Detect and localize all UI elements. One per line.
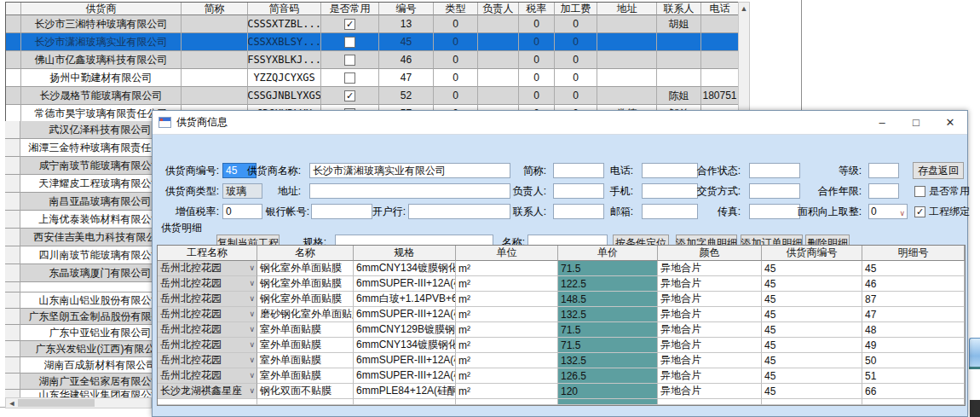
- detail-column-header[interactable]: 颜色: [658, 246, 762, 261]
- row-selector[interactable]: [5, 229, 20, 246]
- detail-column-header[interactable]: 规格: [354, 246, 456, 261]
- detail-cell[interactable]: 45: [762, 261, 862, 276]
- row-selector[interactable]: [5, 341, 20, 357]
- row-selector[interactable]: [5, 246, 20, 264]
- table-cell[interactable]: [478, 51, 519, 69]
- detail-row[interactable]: 岳州北控花园∨室外单面贴膜6mmCNY134镀膜钢化m²71.5异地合片4549: [158, 338, 965, 353]
- scrollbar-thumb[interactable]: [18, 399, 95, 407]
- table-cell[interactable]: [478, 15, 519, 33]
- column-header[interactable]: 类型: [434, 3, 478, 15]
- column-header[interactable]: 简称: [182, 3, 248, 15]
- table-cell[interactable]: [657, 69, 701, 87]
- bank-account-input[interactable]: [311, 204, 372, 219]
- common-checkbox[interactable]: [344, 55, 355, 66]
- table-horizontal-scrollbar[interactable]: ◄: [5, 397, 152, 408]
- detail-cell[interactable]: 6mmCNY134镀膜钢化: [354, 338, 456, 353]
- chevron-down-icon[interactable]: ∨: [249, 386, 255, 395]
- detail-cell[interactable]: m²: [456, 261, 558, 276]
- detail-cell[interactable]: 132.5: [558, 353, 658, 368]
- table-cell[interactable]: 0: [434, 15, 478, 33]
- detail-cell[interactable]: 46: [862, 276, 965, 292]
- row-selector[interactable]: [5, 264, 20, 282]
- row-selector[interactable]: [5, 193, 20, 211]
- chevron-down-icon[interactable]: ∨: [249, 325, 255, 333]
- detail-cell[interactable]: 50: [862, 353, 965, 368]
- table-cell[interactable]: [701, 69, 739, 87]
- table-cell[interactable]: [478, 33, 519, 51]
- detail-cell[interactable]: 120: [558, 384, 658, 399]
- table-cell[interactable]: ✓: [321, 15, 379, 33]
- table-cell[interactable]: 45: [379, 33, 434, 51]
- column-header[interactable]: 加工费: [555, 3, 597, 15]
- detail-cell[interactable]: 异地合片: [658, 292, 762, 307]
- table-cell[interactable]: CSSGJNBLYXGS: [248, 87, 321, 105]
- table-cell[interactable]: [597, 33, 657, 51]
- table-cell[interactable]: 13: [379, 15, 434, 33]
- table-row[interactable]: 长沙市潇湘玻璃实业有限公司CSSXXBLSY...45000: [6, 33, 739, 51]
- detail-cell[interactable]: m²: [456, 384, 558, 399]
- detail-cell[interactable]: m²: [456, 338, 558, 353]
- detail-cell[interactable]: 45: [762, 338, 862, 353]
- table-cell[interactable]: [478, 87, 519, 105]
- detail-cell[interactable]: 异地合片: [658, 353, 762, 368]
- detail-cell[interactable]: 6mmCNY129B镀膜钢化: [354, 322, 456, 338]
- close-button[interactable]: ✕: [933, 111, 967, 135]
- detail-cell[interactable]: 异地合片: [658, 322, 762, 338]
- table-cell[interactable]: YZZQJCYXGS: [248, 69, 321, 87]
- column-header[interactable]: 是否常用: [321, 3, 379, 15]
- detail-cell[interactable]: 48: [862, 322, 965, 338]
- detail-cell[interactable]: 45: [762, 292, 862, 307]
- detail-row[interactable]: 岳州北控花园∨钢化室外单面贴膜6mmCNY134镀膜钢化m²71.5异地合片45…: [158, 261, 965, 276]
- detail-row[interactable]: 长沙龙湖祺鑫星座∨钢化双面不贴膜6mmPLE84+12A(硅酮胶...m²120…: [158, 384, 965, 399]
- table-cell[interactable]: 长沙晟格节能玻璃有限公司: [21, 87, 182, 105]
- common-checkbox[interactable]: ✓: [344, 90, 355, 101]
- chevron-down-icon[interactable]: ∨: [249, 371, 255, 379]
- detail-cell[interactable]: 岳州北控花园∨: [158, 261, 257, 276]
- detail-cell[interactable]: 岳州北控花园∨: [158, 338, 257, 353]
- detail-cell[interactable]: 6mmSUPER-III+12A(硅...: [354, 307, 456, 322]
- table-cell[interactable]: [321, 51, 379, 69]
- detail-cell[interactable]: 室外单面贴膜: [257, 368, 354, 384]
- row-selector[interactable]: [5, 325, 20, 341]
- scroll-up-icon[interactable]: ▲: [739, 3, 749, 14]
- detail-cell[interactable]: 6mmSUPER-III+12A(硅...: [354, 276, 456, 292]
- table-cell[interactable]: 0: [555, 33, 597, 51]
- coop-years-input[interactable]: [868, 183, 899, 199]
- detail-row[interactable]: 岳州北控花园∨钢化室外单面贴膜6mm白玻+1.14PVB+6mm...m²148…: [158, 292, 965, 307]
- detail-cell[interactable]: 45: [762, 276, 862, 292]
- detail-column-header[interactable]: 工程名称: [158, 246, 257, 261]
- table-cell[interactable]: 陈姐: [657, 87, 701, 105]
- detail-cell[interactable]: 148.5: [558, 292, 658, 307]
- delivery-mode-input[interactable]: [749, 183, 800, 199]
- detail-cell[interactable]: m²: [456, 368, 558, 384]
- row-selector[interactable]: [5, 139, 20, 157]
- detail-cell[interactable]: 66: [862, 384, 965, 399]
- table-cell[interactable]: 佛山市亿鑫玻璃科技有限公司: [21, 51, 182, 69]
- detail-cell[interactable]: 岳州北控花园∨: [158, 307, 257, 322]
- detail-cell[interactable]: 岳州北控花园∨: [158, 276, 257, 292]
- column-header[interactable]: 编号: [379, 3, 434, 15]
- detail-cell[interactable]: 49: [862, 338, 965, 353]
- detail-cell[interactable]: 室外单面贴膜: [257, 322, 354, 338]
- chevron-down-icon[interactable]: ∨: [249, 310, 255, 318]
- detail-cell[interactable]: 钢化室外单面贴膜: [257, 261, 354, 276]
- detail-cell[interactable]: 6mmPLE84+12A(硅酮胶...: [354, 384, 456, 399]
- detail-cell[interactable]: 6mmSUPER-III+12A(硅...: [354, 353, 456, 368]
- table-cell[interactable]: 46: [379, 51, 434, 69]
- table-cell[interactable]: [597, 87, 657, 105]
- detail-cell[interactable]: 钢化双面不贴膜: [257, 384, 354, 399]
- row-selector[interactable]: [5, 374, 20, 390]
- table-cell[interactable]: 0: [519, 15, 555, 33]
- scroll-left-icon[interactable]: ◄: [6, 399, 18, 408]
- table-cell[interactable]: 0: [555, 69, 597, 87]
- table-cell[interactable]: 0: [519, 33, 555, 51]
- table-cell[interactable]: [657, 33, 701, 51]
- bank-branch-input[interactable]: [408, 204, 510, 219]
- table-cell[interactable]: [597, 51, 657, 69]
- column-header[interactable]: 税率: [519, 3, 555, 15]
- table-cell[interactable]: 胡姐: [657, 15, 701, 33]
- dialog-titlebar[interactable]: 供货商信息 – □ ✕: [153, 111, 967, 135]
- detail-column-header[interactable]: 供货商编号: [762, 246, 862, 261]
- row-selector[interactable]: [5, 282, 20, 292]
- table-cell[interactable]: [478, 69, 519, 87]
